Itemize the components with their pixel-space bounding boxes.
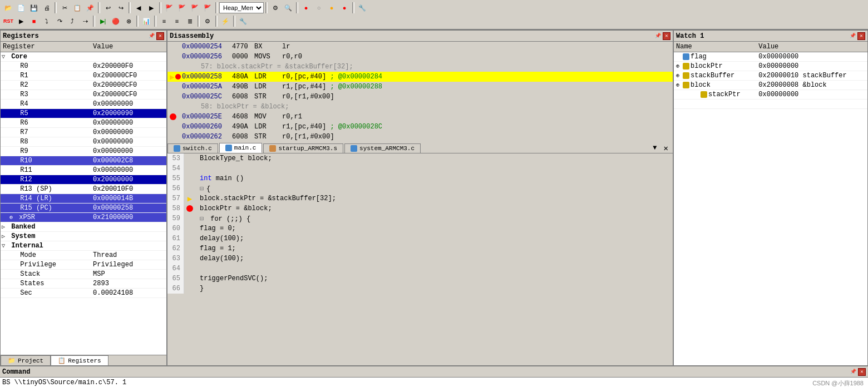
register-row[interactable]: R13 (SP)0x200010F0 — [1, 185, 166, 194]
next-btn[interactable]: ▶ — [145, 2, 157, 14]
watch-row[interactable]: stackPtr0x00000000 — [674, 90, 867, 100]
dot-orange-btn[interactable]: ● — [326, 2, 338, 14]
register-row[interactable]: Sec0.00024108 — [1, 289, 166, 298]
watch-row[interactable]: ⊕blockPtr0x00000000 — [674, 62, 867, 71]
extra1-btn[interactable]: ⚡ — [219, 15, 231, 27]
step-in-btn[interactable]: ⤵ — [41, 15, 53, 27]
code-scroll[interactable]: 53BlockType_t block;5455int main ()56⊟{5… — [167, 153, 673, 365]
reg-group-core[interactable]: ▽ Core — [1, 52, 166, 62]
print-btn[interactable]: 🖨 — [41, 2, 53, 14]
run-btn[interactable]: ▶ — [15, 15, 27, 27]
register-row[interactable]: R00x200000F0 — [1, 62, 166, 71]
bk2-btn[interactable]: 🚩 — [176, 2, 188, 14]
code-line: 56⊟{ — [167, 183, 673, 193]
registers-pin-icon[interactable]: 📌 — [147, 32, 155, 40]
register-row[interactable]: R60x00000000 — [1, 118, 166, 128]
register-row[interactable]: R80x00000000 — [1, 137, 166, 147]
extra2-btn[interactable]: 🔧 — [237, 15, 249, 27]
register-row[interactable]: R100x000002C8 — [1, 156, 166, 166]
fold-icon[interactable]: ⊟ — [200, 215, 206, 223]
watch-row[interactable]: flag0x00000000 — [674, 52, 867, 62]
watch-row[interactable]: ⊕block0x20000008 &block — [674, 81, 867, 90]
reg-group-banked[interactable]: ▷ Banked — [1, 222, 166, 232]
step-over-btn[interactable]: ↷ — [53, 15, 66, 27]
watch-close-icon[interactable]: ✕ — [857, 32, 865, 40]
watch-row[interactable]: ⊕stackBuffer0x20000010 stackBuffer — [674, 71, 867, 81]
view1-btn[interactable]: ≡ — [158, 15, 170, 27]
view2-btn[interactable]: ≡ — [171, 15, 183, 27]
more-btn[interactable]: ⚙ — [201, 15, 214, 27]
reg-group-system[interactable]: ▷ System — [1, 232, 166, 241]
dot-white-btn[interactable]: ○ — [313, 2, 325, 14]
registers-close-icon[interactable]: ✕ — [156, 32, 164, 40]
register-row[interactable]: States2893 — [1, 279, 166, 289]
register-row[interactable]: R30x200000CF0 — [1, 90, 166, 100]
rst-btn[interactable]: RST — [2, 15, 14, 27]
remove-bp-btn[interactable]: ⊗ — [122, 15, 135, 27]
debug-btn[interactable]: 🔍 — [282, 2, 294, 14]
command-close-icon[interactable]: ✕ — [858, 368, 866, 376]
tab-switch.c[interactable]: switch.c — [167, 143, 218, 153]
open-btn[interactable]: 📂 — [2, 2, 14, 14]
register-row[interactable]: R120x20000000 — [1, 175, 166, 185]
undo-btn[interactable]: ↩ — [102, 2, 114, 14]
command-pin-icon[interactable]: 📌 — [849, 368, 857, 376]
watch-pin-icon[interactable]: 📌 — [849, 32, 856, 40]
tab-system_ARMCM3.c[interactable]: system_ARMCM3.c — [344, 143, 421, 153]
new-btn[interactable]: 📄 — [15, 2, 27, 14]
stop-btn[interactable]: ■ — [28, 15, 40, 27]
register-row[interactable]: R70x00000000 — [1, 128, 166, 137]
dot-red2-btn[interactable]: ● — [338, 2, 351, 14]
disasm-close-icon[interactable]: ✕ — [663, 32, 670, 40]
reg-group-internal[interactable]: ▽ Internal — [1, 241, 166, 251]
paste-btn[interactable]: 📌 — [84, 2, 96, 14]
register-row[interactable]: R90x00000000 — [1, 147, 166, 156]
mem-btn[interactable]: 📊 — [140, 15, 152, 27]
tab-startup_ARMCM3.s[interactable]: startup_ARMCM3.s — [263, 143, 343, 153]
bk4-btn[interactable]: 🚩 — [201, 2, 214, 14]
register-row[interactable]: ⊕ xPSR0x21000000 — [1, 213, 166, 222]
register-row[interactable]: R40x00000000 — [1, 100, 166, 109]
disasm-pin-icon[interactable]: 📌 — [654, 32, 662, 40]
code-line: 66 } — [167, 284, 673, 294]
registers-scroll[interactable]: Register Value ▽ Core R00x200000F0 R10x2… — [1, 42, 166, 355]
run-mode-btn[interactable]: ⚙ — [269, 2, 282, 14]
watermark: CSDN @小薛1988 — [812, 379, 864, 388]
run-to-btn[interactable]: ▶| — [97, 15, 109, 27]
register-value: 0x20000000 — [91, 175, 166, 185]
register-row[interactable]: R50x20000090 — [1, 109, 166, 118]
register-row[interactable]: R110x00000000 — [1, 166, 166, 175]
project-tab[interactable]: 📁 Project — [1, 355, 51, 365]
save-btn[interactable]: 💾 — [28, 2, 40, 14]
heap-combo[interactable]: Heap_Mem — [219, 2, 264, 13]
register-row[interactable]: StackMSP — [1, 270, 166, 279]
settings-btn[interactable]: 🔧 — [356, 2, 368, 14]
register-row[interactable]: R20x200000CF0 — [1, 81, 166, 90]
register-row[interactable]: R15 (PC)0x00000258 — [1, 204, 166, 213]
registers-tab[interactable]: 📋 Registers — [51, 355, 108, 365]
tab-dropdown-btn[interactable]: ▼ — [650, 144, 659, 152]
copy-btn[interactable]: 📋 — [71, 2, 83, 14]
bk1-btn[interactable]: 🚩 — [163, 2, 175, 14]
tab-bar: switch.cmain.cstartup_ARMCM3.ssystem_ARM… — [167, 142, 673, 153]
dot-red-btn[interactable]: ● — [300, 2, 312, 14]
prev-btn[interactable]: ◀ — [132, 2, 145, 14]
tab-main.c[interactable]: main.c — [219, 143, 263, 153]
step-multi-btn[interactable]: ⇢ — [79, 15, 91, 27]
cut-btn[interactable]: ✂ — [58, 2, 71, 14]
redo-btn[interactable]: ↪ — [115, 2, 127, 14]
disasm-scroll[interactable]: 0x000002544770BXlr0x000002560000MOVSr0,r… — [167, 42, 673, 142]
bk3-btn[interactable]: 🚩 — [189, 2, 201, 14]
register-row[interactable]: ModeThread — [1, 251, 166, 260]
register-name: R15 (PC) — [1, 204, 91, 213]
tab-close-all-btn[interactable]: ✕ — [662, 143, 670, 153]
register-row[interactable]: R14 (LR)0x0000014B — [1, 194, 166, 204]
register-row[interactable]: R10x200000CF0 — [1, 71, 166, 81]
fold-icon[interactable]: ⊟ — [200, 185, 206, 193]
watch-row[interactable] — [674, 100, 867, 109]
watch-value: 0x00000000 — [756, 52, 867, 62]
step-out-btn[interactable]: ⤴ — [66, 15, 78, 27]
register-row[interactable]: PrivilegePrivileged — [1, 260, 166, 270]
view3-btn[interactable]: ≣ — [184, 15, 196, 27]
insert-bp-btn[interactable]: 🔴 — [110, 15, 122, 27]
